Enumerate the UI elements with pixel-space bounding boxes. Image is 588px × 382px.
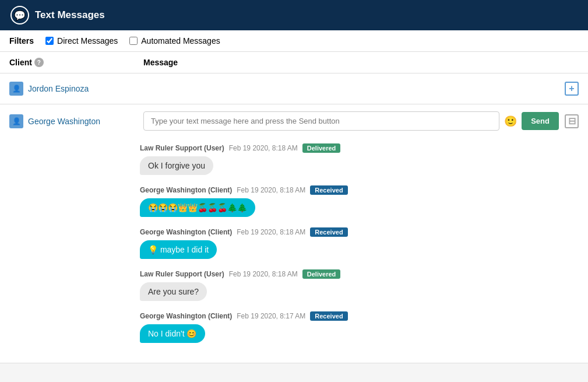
expand-button[interactable]: + [565,82,579,96]
col-client-header: Client ? [9,58,143,67]
table-header: Client ? Message [0,52,588,73]
send-button[interactable]: Send [522,112,559,130]
message-sender: George Washington (Client) [140,312,232,320]
client-info: 👤George Washington [9,114,143,128]
direct-messages-checkbox[interactable] [45,37,54,45]
message-bubble: 💡 maybe I did it [140,240,217,259]
message-badge: Received [310,311,347,321]
client-row-header: 👤Jordon Espinoza+ [0,73,588,104]
message-sender: Law Ruler Support (User) [140,270,224,278]
client-row-header: 👤George Washington🙂Send⊟ [0,104,588,138]
col-message-header: Message [143,58,579,67]
message-input[interactable] [143,111,499,131]
direct-messages-filter[interactable]: Direct Messages [45,36,118,45]
automated-messages-checkbox[interactable] [129,37,138,45]
message-timestamp: Feb 19 2020, 8:18 AM [229,270,298,278]
filters-bar: Filters Direct Messages Automated Messag… [0,30,588,52]
message-sender: George Washington (Client) [140,228,232,236]
message-block: George Washington (Client)Feb 19 2020, 8… [140,227,579,259]
client-row: 👤George Washington🙂Send⊟Law Ruler Suppor… [0,104,588,363]
app-header: 💬 Text Messages [0,0,588,30]
message-badge: Delivered [302,269,341,279]
message-block: Law Ruler Support (User)Feb 19 2020, 8:1… [140,143,579,175]
client-info: 👤Jordon Espinoza [9,82,143,96]
message-bubble: 😭😭😭👑👑🍒🍒🍒🌲🌲 [140,198,255,217]
client-row: 👤Jordon Espinoza+ [0,73,588,104]
message-timestamp: Feb 19 2020, 8:18 AM [237,186,305,194]
app-title: Text Messages [35,9,105,21]
message-timestamp: Feb 19 2020, 8:18 AM [229,144,298,152]
message-block: Law Ruler Support (User)Feb 19 2020, 8:1… [140,269,579,301]
message-badge: Received [310,227,347,237]
client-name[interactable]: Jordon Espinoza [28,84,89,93]
message-meta: George Washington (Client)Feb 19 2020, 8… [140,311,579,321]
message-bubble: Ok I forgive you [140,156,213,175]
message-sender: George Washington (Client) [140,186,232,194]
client-avatar: 👤 [9,114,23,128]
direct-messages-label: Direct Messages [57,36,118,45]
message-sender: Law Ruler Support (User) [140,144,224,152]
message-meta: Law Ruler Support (User)Feb 19 2020, 8:1… [140,269,579,279]
message-badge: Received [310,185,347,195]
message-meta: George Washington (Client)Feb 19 2020, 8… [140,185,579,195]
chat-icon: 💬 [14,10,26,21]
app-logo-icon: 💬 [10,6,29,24]
automated-messages-filter[interactable]: Automated Messages [129,36,220,45]
message-bubble: No I didn't 😊 [140,324,205,343]
emoji-button[interactable]: 🙂 [504,115,517,128]
message-bubble: Are you sure? [140,282,207,301]
message-timestamp: Feb 19 2020, 8:18 AM [237,228,305,236]
message-meta: George Washington (Client)Feb 19 2020, 8… [140,227,579,237]
client-row-actions: + [565,82,579,96]
filters-label: Filters [9,36,34,45]
message-badge: Delivered [302,143,341,153]
message-input-area: 🙂Send [143,111,559,131]
client-help-icon[interactable]: ? [34,58,44,67]
message-meta: Law Ruler Support (User)Feb 19 2020, 8:1… [140,143,579,153]
message-block: George Washington (Client)Feb 19 2020, 8… [140,311,579,343]
client-row-actions: ⊟ [565,114,579,128]
messages-thread: Law Ruler Support (User)Feb 19 2020, 8:1… [0,138,588,363]
message-timestamp: Feb 19 2020, 8:17 AM [237,312,305,320]
client-avatar: 👤 [9,82,23,96]
client-name[interactable]: George Washington [28,117,100,126]
automated-messages-label: Automated Messages [141,36,220,45]
message-block: George Washington (Client)Feb 19 2020, 8… [140,185,579,217]
collapse-button[interactable]: ⊟ [565,114,579,128]
client-rows-container: 👤Jordon Espinoza+👤George Washington🙂Send… [0,73,588,363]
client-col-label: Client [9,58,32,67]
